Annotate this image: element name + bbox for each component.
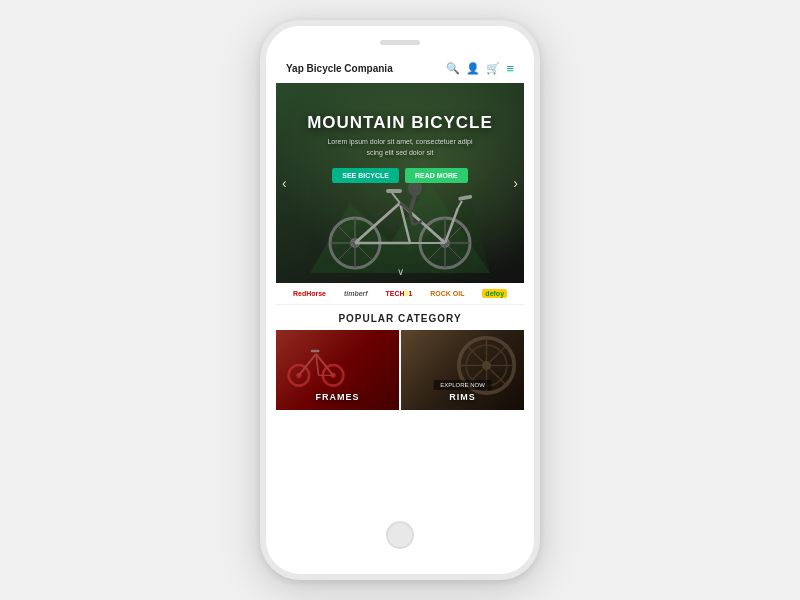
brand-rockol: ROCK OIL [430,290,464,297]
menu-icon[interactable]: ≡ [506,61,514,76]
popular-section: POPULAR CATEGORY [276,305,524,410]
hero-title: MOUNTAIN BICYCLE [276,113,524,133]
cart-icon[interactable]: 🛒 [486,62,500,75]
search-icon[interactable]: 🔍 [446,62,460,75]
user-icon[interactable]: 👤 [466,62,480,75]
popular-category-title: POPULAR CATEGORY [276,313,524,324]
hero-section: MOUNTAIN BICYCLE Lorem ipsum dolor sit a… [276,83,524,283]
hero-prev-arrow[interactable]: ‹ [282,175,287,191]
frames-label: FRAMES [276,392,399,402]
category-frames[interactable]: FRAMES [276,330,399,410]
hero-scroll-down: ∨ [397,266,404,277]
navbar-icons: 🔍 👤 🛒 ≡ [446,61,514,76]
brand-name: Yap Bicycle Compania [286,63,393,74]
category-rims[interactable]: EXPLORE NOW RIMS [401,330,524,410]
brands-bar: RedHorse timberf TECH01 ROCK OIL defoy [276,283,524,305]
phone-speaker [380,40,420,45]
category-grid: FRAMES [276,330,524,410]
hero-buttons: SEE BICYCLE READ MORE [276,168,524,183]
hero-subtitle: Lorem ipsum dolor sit amet, consectetuer… [276,137,524,158]
phone-frame: Yap Bicycle Compania 🔍 👤 🛒 ≡ [260,20,540,580]
phone-home-button[interactable] [386,521,414,549]
svg-line-27 [392,193,400,203]
brand-timberf: timberf [344,290,368,297]
hero-next-arrow[interactable]: › [513,175,518,191]
hero-content: MOUNTAIN BICYCLE Lorem ipsum dolor sit a… [276,113,524,183]
read-more-button[interactable]: READ MORE [405,168,468,183]
navbar: Yap Bicycle Compania 🔍 👤 🛒 ≡ [276,53,524,83]
see-bicycle-button[interactable]: SEE BICYCLE [332,168,399,183]
brand-redhorse: RedHorse [293,290,326,297]
phone-screen: Yap Bicycle Compania 🔍 👤 🛒 ≡ [276,53,524,513]
brand-tech01: TECH01 [386,290,413,297]
brand-defy: defoy [482,289,507,298]
rims-label: RIMS [401,392,524,402]
rims-explore-button[interactable]: EXPLORE NOW [433,380,492,390]
svg-rect-28 [386,189,402,193]
